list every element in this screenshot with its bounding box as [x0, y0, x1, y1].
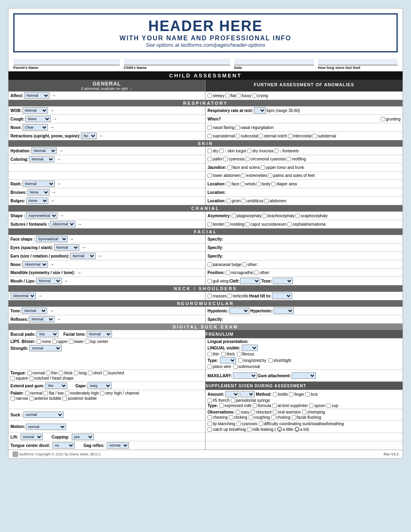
- formula-cb[interactable]: [253, 403, 257, 408]
- method-finger-cb[interactable]: [289, 392, 293, 397]
- date-field[interactable]: [234, 59, 314, 65]
- maxillary-select[interactable]: [233, 372, 257, 379]
- blister-lower-cb[interactable]: [69, 339, 73, 344]
- piano-wire-cb[interactable]: [208, 364, 212, 369]
- rash-body-cb[interactable]: [256, 182, 261, 186]
- palms-cb[interactable]: [268, 173, 272, 178]
- cleft-select[interactable]: [240, 278, 260, 284]
- obs-chewing-cb[interactable]: [208, 415, 212, 420]
- groin-cb[interactable]: [226, 199, 231, 203]
- nasal-regurg-cb[interactable]: [235, 125, 240, 130]
- shape-select[interactable]: AsymmetricalSymmetrical: [26, 212, 58, 219]
- facial-tone-select[interactable]: NormalAbnormal: [87, 331, 112, 337]
- suprasternal-cb[interactable]: [208, 134, 212, 138]
- catch-up-cb[interactable]: [208, 427, 212, 432]
- hypertonic-select[interactable]: [274, 308, 294, 314]
- short-tight-cb[interactable]: [268, 358, 273, 363]
- nose-select[interactable]: ClearAbnormal: [23, 124, 48, 131]
- expressed-cb[interactable]: [219, 403, 224, 408]
- amount-select[interactable]: [225, 391, 239, 397]
- gull-wing-cb[interactable]: [208, 279, 212, 283]
- rash-face-cb[interactable]: [226, 182, 231, 186]
- palate-normal-cb[interactable]: [25, 391, 29, 395]
- tone-select[interactable]: [273, 278, 293, 284]
- sleepy-cb[interactable]: [208, 94, 212, 98]
- crying-cb[interactable]: [252, 94, 257, 98]
- tongue-notched-cb[interactable]: [29, 376, 34, 380]
- substernal-cb[interactable]: [312, 134, 317, 138]
- lingual-thin-cb[interactable]: [208, 352, 212, 356]
- method-brst-cb[interactable]: [305, 392, 310, 397]
- cough-select[interactable]: NoneAbnormal: [25, 116, 51, 122]
- circumoral-cb[interactable]: [245, 157, 249, 161]
- tone2-select[interactable]: NormalAbnormal: [22, 308, 47, 314]
- submucosal-cb[interactable]: [233, 364, 238, 369]
- palate-mod-cb[interactable]: [65, 391, 69, 395]
- lingual-thick-cb[interactable]: [221, 352, 226, 356]
- motion-select[interactable]: normal: [26, 424, 66, 430]
- fnose-other-cb[interactable]: [242, 262, 247, 267]
- dry-mucosa-cb[interactable]: [247, 149, 251, 153]
- cyanosis-cb[interactable]: [223, 157, 228, 161]
- dry-cb[interactable]: [208, 149, 212, 153]
- face-sclera-cb[interactable]: [227, 165, 232, 170]
- hypotonic-select[interactable]: [229, 308, 249, 314]
- abdomen-cb[interactable]: [264, 199, 269, 203]
- obs-reluctant-cb[interactable]: [251, 410, 255, 414]
- plagio-cb[interactable]: [232, 214, 236, 218]
- obs-flushing-cb[interactable]: [292, 415, 296, 420]
- lip-blanching-cb[interactable]: [208, 422, 212, 426]
- retractions-select[interactable]: NoYes: [81, 133, 97, 139]
- tongue-long-cb[interactable]: [74, 371, 78, 375]
- caput-cb[interactable]: [245, 222, 249, 227]
- cephalo-cb[interactable]: [287, 222, 292, 227]
- bulges-select[interactable]: NoneYes: [26, 197, 48, 204]
- mand-other-cb[interactable]: [254, 270, 259, 275]
- fnose-select[interactable]: AbnormalNormal: [23, 261, 48, 268]
- spoon-cb[interactable]: [309, 403, 313, 408]
- at-brst-cb[interactable]: [272, 403, 277, 408]
- gape-select[interactable]: easydifficult: [87, 382, 112, 389]
- lingual-fibrous-cb[interactable]: [237, 352, 241, 356]
- blister-upper-cb[interactable]: [52, 339, 57, 344]
- blister-none-cb[interactable]: [37, 339, 41, 344]
- lips-strength-select[interactable]: normal: [29, 345, 62, 351]
- palate-ant-cb[interactable]: [29, 396, 34, 401]
- parents-name-field[interactable]: [13, 59, 120, 65]
- rash-diaper-cb[interactable]: [271, 182, 276, 186]
- coloring-select[interactable]: NormalAbnormal: [29, 156, 54, 162]
- affect-select[interactable]: NormalAbnormal: [24, 92, 50, 99]
- suck-select[interactable]: normal: [23, 411, 64, 418]
- intercostal-cb[interactable]: [288, 134, 293, 138]
- palate-post-cb[interactable]: [62, 396, 67, 401]
- mouth-select[interactable]: NormalAbnormal: [36, 278, 62, 284]
- pallor-cb[interactable]: [208, 157, 212, 161]
- bruises-select[interactable]: NoneYes: [27, 189, 50, 195]
- lift-select[interactable]: normal: [21, 434, 43, 440]
- how-long-field[interactable]: [318, 59, 398, 65]
- fussy-cb[interactable]: [237, 94, 241, 98]
- obs-chomping-cb[interactable]: [302, 410, 307, 414]
- buccal-select[interactable]: YesNo: [36, 331, 58, 337]
- paranasal-cb[interactable]: [208, 262, 212, 267]
- gum-select[interactable]: [292, 372, 316, 379]
- lip-cyanosis-cb[interactable]: [237, 422, 241, 426]
- tongue-thick-cb[interactable]: [59, 371, 63, 375]
- lingual-type-select[interactable]: [220, 357, 236, 364]
- blister-top-cb[interactable]: [85, 339, 89, 344]
- brachio-cb[interactable]: [262, 214, 267, 218]
- lingual-select[interactable]: [242, 345, 258, 351]
- upper-torso-cb[interactable]: [261, 165, 265, 170]
- neck-select[interactable]: AbnormalNormal: [10, 293, 36, 299]
- lower-abdomen-cb[interactable]: [208, 173, 212, 178]
- tongue-short-cb[interactable]: [88, 371, 92, 375]
- ears-select[interactable]: NormalAbnormal: [70, 253, 95, 259]
- umbilicus-cb[interactable]: [241, 199, 246, 203]
- gag-select[interactable]: normal: [107, 442, 129, 449]
- palate-flat-cb[interactable]: [44, 391, 48, 395]
- cup-cb[interactable]: [326, 403, 331, 408]
- sutures-select[interactable]: AbnormalNormal: [50, 221, 75, 227]
- nasal-flaring-cb[interactable]: [208, 125, 212, 130]
- tongue-bunched-cb[interactable]: [103, 371, 108, 375]
- reflexes-select[interactable]: NormalAbnormal: [29, 316, 54, 322]
